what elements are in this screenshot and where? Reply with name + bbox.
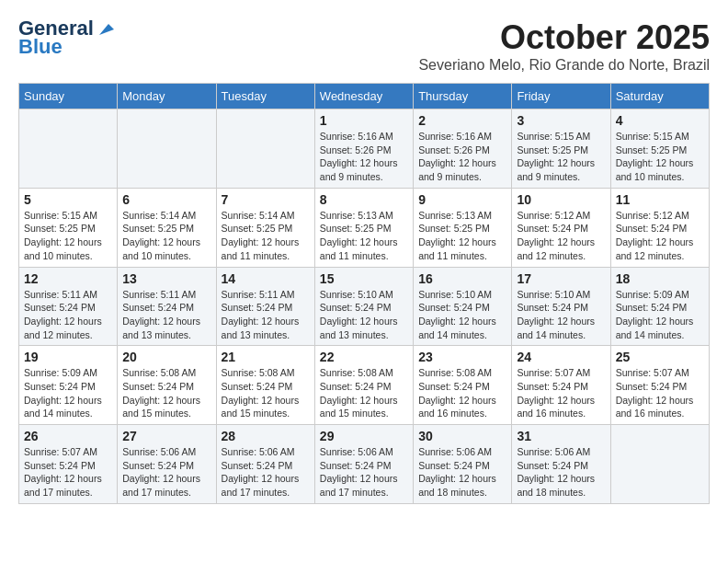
calendar-cell: 22Sunrise: 5:08 AM Sunset: 5:24 PM Dayli… [314,346,413,425]
calendar-cell: 27Sunrise: 5:06 AM Sunset: 5:24 PM Dayli… [118,425,216,504]
day-info: Sunrise: 5:08 AM Sunset: 5:24 PM Dayligh… [320,366,408,420]
location-title: Severiano Melo, Rio Grande do Norte, Bra… [418,57,710,74]
calendar-week-3: 12Sunrise: 5:11 AM Sunset: 5:24 PM Dayli… [19,267,710,346]
calendar-cell: 14Sunrise: 5:11 AM Sunset: 5:24 PM Dayli… [216,267,314,346]
day-info: Sunrise: 5:08 AM Sunset: 5:24 PM Dayligh… [418,366,506,420]
day-info: Sunrise: 5:12 AM Sunset: 5:24 PM Dayligh… [616,209,704,263]
calendar-table: Sunday Monday Tuesday Wednesday Thursday… [18,83,710,504]
calendar-cell [216,109,314,189]
day-number: 2 [418,113,506,128]
calendar-week-1: 1Sunrise: 5:16 AM Sunset: 5:26 PM Daylig… [19,109,710,189]
day-number: 25 [616,350,704,364]
day-number: 31 [517,429,605,443]
calendar-cell: 16Sunrise: 5:10 AM Sunset: 5:24 PM Dayli… [414,267,512,346]
day-number: 14 [222,271,310,286]
calendar-cell [610,425,709,504]
day-info: Sunrise: 5:11 AM Sunset: 5:24 PM Dayligh… [24,288,112,342]
calendar-cell: 17Sunrise: 5:10 AM Sunset: 5:24 PM Dayli… [512,267,610,346]
day-info: Sunrise: 5:15 AM Sunset: 5:25 PM Dayligh… [616,130,704,184]
day-number: 1 [320,113,408,128]
day-number: 19 [24,350,112,364]
day-info: Sunrise: 5:12 AM Sunset: 5:24 PM Dayligh… [517,209,605,263]
col-monday: Monday [118,84,216,109]
day-info: Sunrise: 5:06 AM Sunset: 5:24 PM Dayligh… [517,445,605,500]
header-row: Sunday Monday Tuesday Wednesday Thursday… [19,84,710,109]
day-info: Sunrise: 5:14 AM Sunset: 5:25 PM Dayligh… [122,209,210,263]
day-number: 4 [616,113,704,128]
calendar-cell: 25Sunrise: 5:07 AM Sunset: 5:24 PM Dayli… [610,346,709,425]
calendar-cell: 28Sunrise: 5:06 AM Sunset: 5:24 PM Dayli… [216,425,314,504]
day-info: Sunrise: 5:07 AM Sunset: 5:24 PM Dayligh… [517,366,605,420]
day-info: Sunrise: 5:15 AM Sunset: 5:25 PM Dayligh… [24,209,112,263]
calendar-cell [118,109,216,189]
day-number: 12 [24,271,112,286]
calendar-cell: 13Sunrise: 5:11 AM Sunset: 5:24 PM Dayli… [118,267,216,346]
day-number: 17 [517,271,605,286]
col-wednesday: Wednesday [314,84,413,109]
calendar-week-5: 26Sunrise: 5:07 AM Sunset: 5:24 PM Dayli… [19,425,710,504]
logo-blue: Blue [18,35,63,58]
day-number: 23 [418,350,506,364]
calendar-cell: 20Sunrise: 5:08 AM Sunset: 5:24 PM Dayli… [118,346,216,425]
day-info: Sunrise: 5:06 AM Sunset: 5:24 PM Dayligh… [418,445,506,500]
day-info: Sunrise: 5:09 AM Sunset: 5:24 PM Dayligh… [24,366,112,420]
day-info: Sunrise: 5:07 AM Sunset: 5:24 PM Dayligh… [24,445,112,500]
day-number: 18 [616,271,704,286]
calendar-cell: 7Sunrise: 5:14 AM Sunset: 5:25 PM Daylig… [216,188,314,267]
calendar-cell: 4Sunrise: 5:15 AM Sunset: 5:25 PM Daylig… [610,109,709,189]
page-header: General Blue October 2025 Severiano Melo… [18,18,710,74]
day-info: Sunrise: 5:08 AM Sunset: 5:24 PM Dayligh… [222,366,310,420]
day-number: 29 [320,429,408,443]
month-title: October 2025 [418,18,710,57]
day-number: 16 [418,271,506,286]
day-number: 28 [222,429,310,443]
day-info: Sunrise: 5:13 AM Sunset: 5:25 PM Dayligh… [418,209,506,263]
calendar-cell: 1Sunrise: 5:16 AM Sunset: 5:26 PM Daylig… [314,109,413,189]
logo: General Blue [18,18,116,59]
calendar-cell: 2Sunrise: 5:16 AM Sunset: 5:26 PM Daylig… [414,109,512,189]
day-number: 8 [320,192,408,207]
day-info: Sunrise: 5:15 AM Sunset: 5:25 PM Dayligh… [517,130,605,184]
day-info: Sunrise: 5:06 AM Sunset: 5:24 PM Dayligh… [222,445,310,500]
day-number: 30 [418,429,506,443]
calendar-cell: 18Sunrise: 5:09 AM Sunset: 5:24 PM Dayli… [610,267,709,346]
day-info: Sunrise: 5:08 AM Sunset: 5:24 PM Dayligh… [122,366,210,420]
day-number: 13 [122,271,210,286]
calendar-week-2: 5Sunrise: 5:15 AM Sunset: 5:25 PM Daylig… [19,188,710,267]
calendar-cell: 11Sunrise: 5:12 AM Sunset: 5:24 PM Dayli… [610,188,709,267]
calendar-cell: 26Sunrise: 5:07 AM Sunset: 5:24 PM Dayli… [19,425,118,504]
calendar-cell: 30Sunrise: 5:06 AM Sunset: 5:24 PM Dayli… [414,425,512,504]
day-info: Sunrise: 5:10 AM Sunset: 5:24 PM Dayligh… [320,288,408,342]
col-tuesday: Tuesday [216,84,314,109]
day-number: 6 [122,192,210,207]
calendar-cell: 6Sunrise: 5:14 AM Sunset: 5:25 PM Daylig… [118,188,216,267]
day-info: Sunrise: 5:14 AM Sunset: 5:25 PM Dayligh… [222,209,310,263]
logo-icon [96,18,116,39]
calendar-cell: 24Sunrise: 5:07 AM Sunset: 5:24 PM Dayli… [512,346,610,425]
day-number: 9 [418,192,506,207]
calendar-cell: 21Sunrise: 5:08 AM Sunset: 5:24 PM Dayli… [216,346,314,425]
col-friday: Friday [512,84,610,109]
calendar-cell: 5Sunrise: 5:15 AM Sunset: 5:25 PM Daylig… [19,188,118,267]
calendar-cell: 19Sunrise: 5:09 AM Sunset: 5:24 PM Dayli… [19,346,118,425]
day-number: 10 [517,192,605,207]
calendar-cell [19,109,118,189]
day-number: 20 [122,350,210,364]
col-sunday: Sunday [19,84,118,109]
day-info: Sunrise: 5:06 AM Sunset: 5:24 PM Dayligh… [320,445,408,500]
calendar-cell: 10Sunrise: 5:12 AM Sunset: 5:24 PM Dayli… [512,188,610,267]
calendar-cell: 8Sunrise: 5:13 AM Sunset: 5:25 PM Daylig… [314,188,413,267]
day-number: 7 [222,192,310,207]
day-number: 21 [222,350,310,364]
day-info: Sunrise: 5:11 AM Sunset: 5:24 PM Dayligh… [222,288,310,342]
day-info: Sunrise: 5:10 AM Sunset: 5:24 PM Dayligh… [517,288,605,342]
calendar-week-4: 19Sunrise: 5:09 AM Sunset: 5:24 PM Dayli… [19,346,710,425]
day-number: 11 [616,192,704,207]
title-section: October 2025 Severiano Melo, Rio Grande … [418,18,710,74]
calendar-cell: 3Sunrise: 5:15 AM Sunset: 5:25 PM Daylig… [512,109,610,189]
day-info: Sunrise: 5:16 AM Sunset: 5:26 PM Dayligh… [418,130,506,184]
day-info: Sunrise: 5:09 AM Sunset: 5:24 PM Dayligh… [616,288,704,342]
day-info: Sunrise: 5:16 AM Sunset: 5:26 PM Dayligh… [320,130,408,184]
day-number: 5 [24,192,112,207]
svg-marker-0 [99,24,114,35]
